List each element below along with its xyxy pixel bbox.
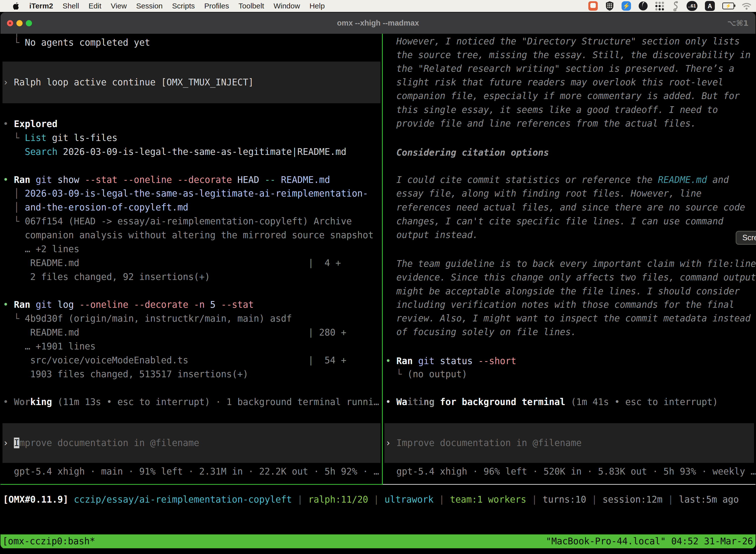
pane-bottom-border-right (383, 484, 756, 485)
terminal-line: • Ran git show --stat --oneline --decora… (3, 173, 330, 187)
menu-item-shell[interactable]: Shell (63, 2, 79, 10)
terminal-line: 1903 files changed, 513517 insertions(+) (3, 367, 248, 381)
wifi-icon[interactable] (742, 2, 752, 10)
terminal-line: changes, I can't cite specific file line… (385, 214, 723, 228)
menu-item-toolbelt[interactable]: Toolbelt (239, 2, 264, 10)
terminal-line: companion file, especially if more comme… (385, 89, 740, 103)
terminal-line: review. Also, I might want to inspect th… (385, 312, 751, 325)
crescent-circle-icon[interactable] (638, 1, 648, 11)
terminal-pane-right[interactable]: However, I noticed the "Directory Struct… (382, 34, 756, 484)
menu-item-iterm2[interactable]: iTerm2 (29, 2, 53, 10)
pane-divider[interactable] (382, 34, 383, 485)
terminal-line: README.md | 4 + (3, 256, 341, 270)
terminal-line: 2 files changed, 92 insertions(+) (3, 270, 210, 284)
terminal-line: provide file and line references from th… (385, 117, 696, 130)
menu-item-scripts[interactable]: Scripts (172, 2, 195, 10)
apple-menu[interactable] (13, 2, 19, 10)
shield-grid-icon[interactable] (605, 1, 614, 11)
dots-grid-icon[interactable] (655, 1, 664, 10)
terminal-line: README.md | 280 + (3, 326, 346, 340)
terminal-line: … +2 lines (3, 242, 79, 256)
terminal-line: companion analysis without altering the … (3, 228, 374, 242)
battery-icon[interactable]: ⚡ (722, 2, 734, 9)
apple-logo-icon (13, 2, 19, 10)
menu-bar-status-area: ⚡ ..61 A ⚡ (588, 0, 752, 12)
terminal-pane-left[interactable]: └ No agents completed yet › Ralph loop a… (0, 34, 382, 484)
menu-item-edit[interactable]: Edit (88, 2, 102, 10)
screen-overlay-button[interactable]: Scre (736, 231, 756, 245)
terminal-line: the "Related research writing" section i… (385, 62, 734, 76)
terminal-line: of focusing solely on file lines. (385, 325, 576, 339)
terminal-line: However, I noticed the "Directory Struct… (385, 35, 740, 48)
tmux-status-bar: [omx-cczip0:bash* "MacBook-Pro-44.local"… (0, 535, 756, 548)
terminal-line: references need actual files, and since … (385, 201, 745, 214)
menu-item-session[interactable]: Session (136, 2, 163, 10)
prompt-input-right[interactable]: › Improve documentation in @filename (384, 423, 754, 463)
terminal-line: └ (no output) (385, 367, 467, 381)
macos-menu-bar: iTerm2 Shell Edit View Session Scripts P… (0, 0, 756, 12)
terminal-line: I could cite commit statistics or refere… (385, 173, 729, 187)
terminal-line: slight risk that future readers may over… (385, 75, 723, 89)
percent-badge-icon[interactable]: ..61 (687, 1, 697, 11)
window-title-bar[interactable]: omx --xhigh --madmax ⌥⌘1 (0, 12, 756, 34)
prompt-input-text: › Improve documentation in @filename (385, 436, 582, 450)
screen-overlay-label: Scre (742, 233, 756, 242)
hook-icon[interactable] (672, 1, 679, 11)
model-status-line: gpt-5.4 xhigh · main · 91% left · 2.31M … (3, 465, 379, 479)
window-shortcut-badge: ⌥⌘1 (727, 12, 749, 34)
terminal-line: including verification notes with those … (385, 298, 734, 312)
terminal-line: └ 4b9d30f (origin/main, instructkr/main,… (3, 312, 292, 326)
pane-bottom-border-left (0, 484, 382, 485)
reasoning-heading: Considering citation options (385, 146, 549, 160)
terminal-line: output instead. (385, 228, 478, 242)
terminal-line: … +1901 lines (3, 340, 96, 353)
terminal-line: essay file, along with finding root file… (385, 187, 702, 201)
input-source-icon[interactable]: A (705, 1, 715, 11)
terminal-line: │ 2026-03-09-is-legal-the-same-as-legiti… (3, 187, 368, 201)
prompt-input-text: › Improve documentation in @filename (3, 436, 199, 450)
working-status-line: • Working (11m 13s • esc to interrupt) ·… (3, 395, 379, 409)
ralph-inject-banner: › Ralph loop active continue [OMX_TMUX_I… (2, 62, 380, 103)
menu-item-profiles[interactable]: Profiles (204, 2, 229, 10)
menu-item-help[interactable]: Help (310, 2, 325, 10)
tmux-host-clock: "MacBook-Pro-44.local" 04:52 31-Mar-26 (546, 535, 753, 548)
terminal-line: └ 067f154 (HEAD -> essay/ai-reimplementa… (3, 214, 352, 228)
screenshot-root: { "menu_bar": { "apple_icon": "apple-log… (0, 0, 756, 554)
terminal-line: the source tree, missing the essay. Stil… (385, 48, 751, 62)
terminal-line: this single essay, it seems like a good … (385, 103, 718, 117)
prompt-input-left[interactable]: › Improve documentation in @filename (2, 423, 380, 463)
omx-status-line: [OMX#0.11.9] cczip/essay/ai-reimplementa… (3, 493, 739, 507)
terminal-line: • Ran git status --short (385, 354, 516, 368)
terminal-line: └ List git ls-files (3, 131, 118, 145)
model-status-line: gpt-5.4 xhigh · 96% left · 520K in · 5.8… (385, 465, 756, 479)
terminal-content-area: └ No agents completed yet › Ralph loop a… (0, 34, 756, 549)
terminal-line: src/voice/voiceModeEnabled.ts | 54 + (3, 353, 346, 367)
terminal-line: might be acceptable alongside the file l… (385, 284, 740, 298)
menu-item-window[interactable]: Window (273, 2, 300, 10)
window-title: omx --xhigh --madmax (0, 12, 756, 34)
terminal-line: evidence. Since this change only affects… (385, 271, 756, 284)
terminal-line: Search 2026-03-09-is-legal-the-same-as-l… (3, 145, 346, 159)
bolt-badge-icon[interactable]: ⚡ (622, 1, 631, 11)
terminal-line: • Ran git log --oneline --decorate -n 5 … (3, 298, 254, 312)
terminal-line: The team guideline is to back every impo… (385, 257, 756, 271)
terminal-line: › Ralph loop active continue [OMX_TMUX_I… (3, 75, 254, 89)
waiting-status-line: • Waiting for background terminal (1m 41… (385, 395, 718, 409)
terminal-line: • Explored (3, 117, 58, 131)
tmux-window-tab[interactable]: [omx-cczip0:bash* (2, 535, 95, 548)
terminal-line: │ and-the-erosion-of-copyleft.md (3, 201, 188, 214)
chat-app-icon[interactable] (588, 1, 598, 11)
terminal-line: └ No agents completed yet (3, 36, 150, 50)
menu-item-view[interactable]: View (111, 2, 127, 10)
